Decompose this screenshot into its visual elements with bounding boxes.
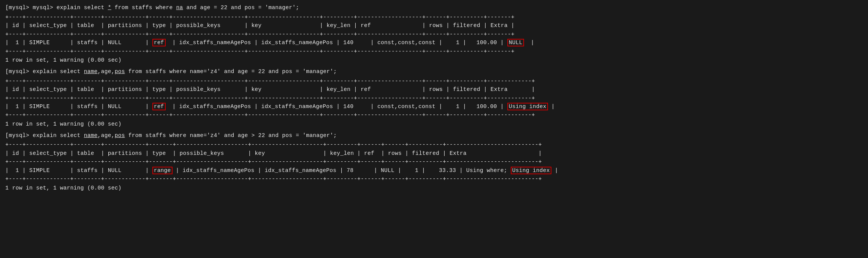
prompt-2: [mysql> explain select name,age,pos from… [5,68,863,76]
result-1: 1 row in set, 1 warning (0.00 sec) [5,56,863,65]
result-3: 1 row in set, 1 warning (0.00 sec) [5,184,863,193]
section-3: [mysql> explain select name,age,pos from… [5,132,863,193]
highlight-type-1: ref [152,39,166,46]
prompt-1: [mysql> mysql> explain select * from sta… [5,4,863,12]
divider-top-1: +----+-------------+--------+-----------… [5,14,534,54]
prompt-3: [mysql> explain select name,age,pos from… [5,132,863,140]
highlight-type-2: ref [152,103,166,110]
table-2: +----+-------------+--------+-----------… [5,77,863,119]
table-3: +----+-------------+--------+-----------… [5,140,863,183]
terminal: [mysql> mysql> explain select * from sta… [5,4,863,193]
highlight-extra-1: NULL [507,39,524,46]
highlight-type-3: range [152,167,173,174]
section-2: [mysql> explain select name,age,pos from… [5,68,863,129]
section-1: [mysql> mysql> explain select * from sta… [5,4,863,65]
highlight-extra-2: Using index [507,103,548,110]
table-1: +----+-------------+--------+-----------… [5,13,863,56]
highlight-extra-3: Using index [511,167,551,174]
prompt-text-1: [mysql> mysql> explain select * from sta… [5,5,299,11]
result-2: 1 row in set, 1 warning (0.00 sec) [5,120,863,129]
